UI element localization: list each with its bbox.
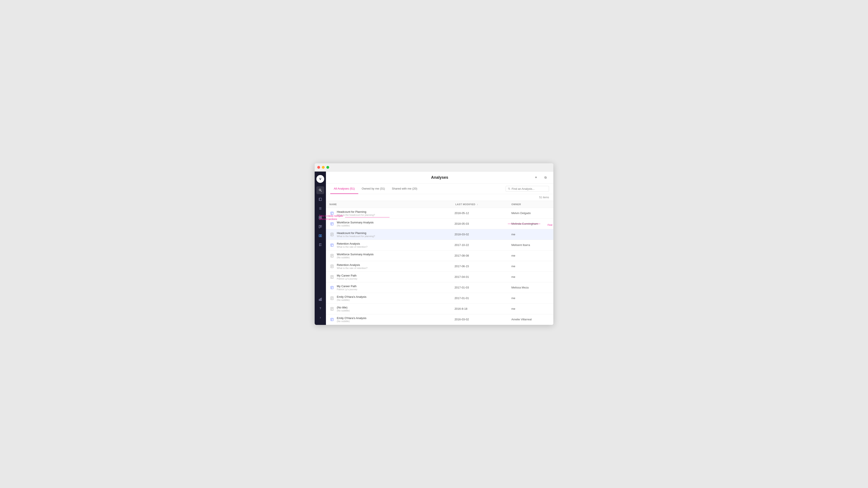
row-modified: 2016-8-18 (451, 303, 508, 314)
close-button[interactable] (317, 166, 320, 169)
row-owner: Amelie Villarreal (508, 314, 553, 325)
row-name-primary: Workforce Summary Analysis (337, 253, 374, 256)
maximize-button[interactable] (327, 166, 329, 169)
table-row[interactable]: Emily O'Hara's Analysis(No subtitle)2016… (326, 314, 553, 325)
sidebar-icon-chart[interactable] (316, 295, 324, 303)
row-name-secondary: (No subtitle) (337, 299, 366, 301)
tab-shared[interactable]: Shared with me (20) (389, 184, 421, 194)
page-title: Analyses (431, 175, 448, 180)
svg-rect-14 (320, 235, 321, 237)
main-content: Analyses + ⧉ All Analyses (51) Owned by … (326, 171, 553, 325)
row-name-secondary: (No subtitle) (337, 320, 366, 323)
row-modified: 2017-06-15 (451, 261, 508, 271)
top-bar: Analyses + ⧉ (326, 171, 553, 184)
item-count: 51 items (326, 194, 553, 201)
row-icon (330, 317, 335, 322)
row-owner: me (508, 250, 553, 261)
sidebar-icon-grid[interactable] (316, 223, 324, 231)
row-name-primary: Emily O'Hara's Analysis (337, 295, 366, 298)
row-icon (330, 221, 335, 226)
add-button[interactable]: + (532, 174, 539, 181)
row-icon (330, 232, 335, 237)
table-row[interactable]: Retention AnalysisWhat is the rate of re… (326, 261, 553, 271)
svg-rect-40 (331, 286, 333, 289)
row-owner: Melvin Delgado (508, 208, 553, 219)
svg-rect-2 (319, 198, 321, 201)
search-input[interactable] (512, 187, 547, 190)
row-modified: 2017-10-22 (451, 240, 508, 250)
search-box[interactable] (506, 186, 549, 192)
title-bar (315, 163, 553, 171)
table-header-row: NAME LAST MODIFIED ↑ OWNER (326, 201, 553, 208)
row-modified: 2018-03-02 (451, 229, 508, 240)
row-icon (330, 264, 335, 269)
col-modified[interactable]: LAST MODIFIED ↑ (451, 201, 508, 208)
row-owner: me (508, 303, 553, 314)
row-icon (330, 242, 335, 248)
row-owner: me (508, 229, 553, 240)
svg-rect-22 (331, 223, 333, 225)
table-row[interactable]: Retention AnalysisWhat is the rate of re… (326, 240, 553, 250)
table-row[interactable]: My Career PathPatrick Ly's journey2017-0… (326, 271, 553, 282)
tabs: All Analyses (51) Owned by me (31) Share… (330, 184, 421, 194)
svg-rect-11 (319, 225, 320, 228)
table-row[interactable]: Workforce Summary Analysis(No subtitle)2… (326, 219, 553, 229)
sidebar-icon-help[interactable]: ? (316, 304, 324, 312)
sidebar-icon-flag[interactable] (316, 241, 324, 249)
row-name-primary: Emily O'Hara's Analysis (337, 317, 366, 320)
row-name-primary: (No title) (337, 306, 349, 309)
analyses-table: NAME LAST MODIFIED ↑ OWNER (326, 201, 553, 325)
row-icon (330, 306, 335, 312)
row-name-primary: Retention Analysis (337, 242, 367, 245)
row-modified: 2017-01-03 (451, 282, 508, 293)
row-name-primary: Headcount for Planning (337, 231, 375, 235)
row-name-primary: Retention Analysis (337, 263, 367, 266)
row-name-secondary: What is the rate of retention? (337, 246, 367, 248)
svg-line-1 (321, 191, 321, 192)
tab-all[interactable]: All Analyses (51) (330, 184, 358, 194)
svg-rect-12 (320, 225, 321, 227)
sidebar-icon-layers[interactable] (316, 232, 324, 240)
sidebar-icon-list[interactable] (316, 204, 324, 212)
tab-owned[interactable]: Owned by me (31) (358, 184, 389, 194)
row-modified: 2016-03-02 (451, 314, 508, 325)
avatar-initials: V (319, 177, 321, 181)
table-row[interactable]: (No title)(No subtitle)2016-8-18me (326, 303, 553, 314)
find-label: Find (548, 224, 552, 226)
export-button[interactable]: ⧉ (542, 174, 549, 181)
table-row[interactable]: Headcount for PlanningWhat is the headco… (326, 229, 553, 240)
minimize-button[interactable] (322, 166, 324, 169)
row-name-secondary: Patrick Ly's journey (337, 278, 358, 280)
row-name-secondary: (No subtitle) (337, 224, 374, 227)
row-owner: me (508, 293, 553, 303)
svg-point-19 (508, 188, 509, 189)
sidebar-icon-search[interactable] (316, 186, 324, 194)
svg-line-20 (509, 189, 510, 190)
row-modified: 2018-05-12 (451, 208, 508, 219)
row-icon (330, 253, 335, 258)
table-row[interactable]: Headcount for PlanningWhat is the headco… (326, 208, 553, 219)
row-owner: Melisent Ibarra (508, 240, 553, 250)
svg-rect-16 (319, 299, 320, 301)
sidebar-icon-expand[interactable]: › (316, 314, 324, 321)
table-row[interactable]: Workforce Summary Analysis(No subtitle)2… (326, 250, 553, 261)
row-icon (330, 296, 335, 301)
table-row[interactable]: My Career PathPatrick Ly's journey2017-0… (326, 282, 553, 293)
row-modified: 2017-01-01 (451, 293, 508, 303)
row-modified: 2018-05-03 (451, 219, 508, 229)
table-row[interactable]: Emily O'Hara's Analysis(No subtitle)2017… (326, 293, 553, 303)
row-name-primary: Headcount for Planning (337, 210, 375, 214)
row-name-secondary: What is the headcount for planning? (337, 235, 375, 237)
filter-bar: All Analyses (51) Owned by me (31) Share… (326, 184, 553, 194)
row-owner: Melissa Meza (508, 282, 553, 293)
row-modified: 2017-08-08 (451, 250, 508, 261)
row-owner: me (508, 261, 553, 271)
avatar[interactable]: V (316, 175, 324, 183)
search-icon (508, 187, 510, 190)
sidebar: V (315, 171, 326, 325)
svg-rect-13 (319, 235, 320, 237)
sidebar-icon-book[interactable] (316, 195, 324, 203)
row-icon (330, 274, 335, 280)
row-name-secondary: What is the rate of retention? (337, 267, 367, 269)
row-name-primary: My Career Path (337, 274, 358, 277)
